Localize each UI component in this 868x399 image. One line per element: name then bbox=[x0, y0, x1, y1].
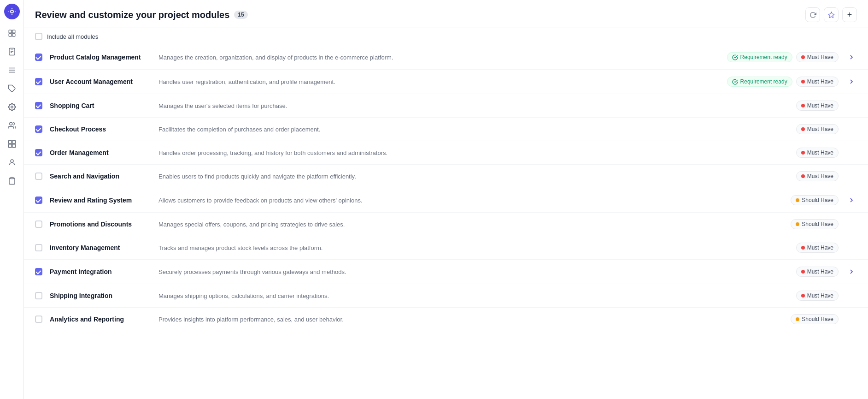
module-checkbox-9[interactable] bbox=[35, 268, 42, 275]
module-tags-1: Requirement readyMust Have bbox=[727, 77, 839, 87]
module-name-10: Shipping Integration bbox=[50, 292, 151, 299]
module-tags-7: Should Have bbox=[791, 219, 839, 229]
nav-list-icon[interactable] bbox=[4, 62, 20, 78]
ai-button[interactable] bbox=[824, 7, 839, 22]
main-content: Review and customize your project module… bbox=[24, 0, 868, 399]
svg-rect-2 bbox=[12, 30, 15, 33]
module-name-9: Payment Integration bbox=[50, 268, 151, 275]
svg-rect-17 bbox=[8, 144, 12, 148]
navigate-arrow-0[interactable] bbox=[846, 52, 857, 63]
module-tags-4: Must Have bbox=[796, 148, 839, 158]
requirement-ready-tag: Requirement ready bbox=[727, 52, 792, 62]
module-desc-3: Facilitates the completion of purchases … bbox=[158, 126, 789, 133]
priority-label-2: Must Have bbox=[807, 102, 833, 109]
refresh-button[interactable] bbox=[805, 7, 820, 22]
svg-rect-3 bbox=[9, 34, 12, 36]
priority-tag-4: Must Have bbox=[796, 148, 839, 158]
priority-dot-7 bbox=[796, 222, 799, 226]
priority-dot-8 bbox=[801, 246, 805, 250]
req-ready-label: Requirement ready bbox=[740, 78, 787, 85]
module-desc-5: Enables users to find products quickly a… bbox=[158, 173, 789, 180]
navigate-arrow-1[interactable] bbox=[846, 76, 857, 87]
priority-tag-1: Must Have bbox=[796, 77, 839, 87]
module-name-8: Inventory Management bbox=[50, 244, 151, 251]
nav-tag-icon[interactable] bbox=[4, 80, 20, 97]
priority-tag-2: Must Have bbox=[796, 101, 839, 111]
add-module-button[interactable]: + bbox=[842, 7, 857, 22]
nav-home-icon[interactable] bbox=[4, 25, 20, 42]
navigate-arrow-6[interactable] bbox=[846, 195, 857, 206]
module-checkbox-2[interactable] bbox=[35, 102, 42, 109]
navigate-arrow-9[interactable] bbox=[846, 266, 857, 277]
module-row: Shopping CartManages the user's selected… bbox=[24, 94, 868, 118]
module-row: Order ManagementHandles order processing… bbox=[24, 141, 868, 165]
module-row: Analytics and ReportingProvides insights… bbox=[24, 308, 868, 331]
module-checkbox-8[interactable] bbox=[35, 244, 42, 251]
module-checkbox-0[interactable] bbox=[35, 54, 42, 61]
module-desc-8: Tracks and manages product stock levels … bbox=[158, 244, 789, 251]
priority-dot-0 bbox=[801, 55, 805, 59]
module-desc-1: Handles user registration, authenticatio… bbox=[158, 78, 720, 85]
module-name-3: Checkout Process bbox=[50, 125, 151, 133]
module-checkbox-6[interactable] bbox=[35, 197, 42, 204]
priority-label-0: Must Have bbox=[807, 54, 833, 60]
priority-label-9: Must Have bbox=[807, 268, 833, 275]
priority-tag-8: Must Have bbox=[796, 243, 839, 253]
module-row: Product Catalog ManagementManages the cr… bbox=[24, 45, 868, 70]
nav-user-icon[interactable] bbox=[4, 154, 20, 171]
svg-marker-21 bbox=[828, 12, 834, 18]
priority-dot-10 bbox=[801, 294, 805, 298]
module-checkbox-11[interactable] bbox=[35, 316, 42, 323]
check-circle-icon bbox=[732, 79, 738, 85]
module-checkbox-5[interactable] bbox=[35, 173, 42, 180]
module-checkbox-7[interactable] bbox=[35, 220, 42, 228]
module-name-6: Review and Rating System bbox=[50, 197, 151, 204]
module-row: Shipping IntegrationManages shipping opt… bbox=[24, 284, 868, 308]
svg-rect-18 bbox=[12, 144, 15, 148]
module-row: Promotions and DiscountsManages special … bbox=[24, 213, 868, 236]
priority-tag-0: Must Have bbox=[796, 52, 839, 62]
nav-person-icon[interactable] bbox=[4, 117, 20, 134]
module-tags-8: Must Have bbox=[796, 243, 839, 253]
nav-clipboard-icon[interactable] bbox=[4, 173, 20, 189]
svg-rect-4 bbox=[12, 34, 15, 36]
header-actions: + bbox=[805, 7, 857, 22]
module-tags-2: Must Have bbox=[796, 101, 839, 111]
include-all-checkbox[interactable] bbox=[35, 33, 42, 40]
priority-label-8: Must Have bbox=[807, 244, 833, 251]
module-row: Payment IntegrationSecurely processes pa… bbox=[24, 260, 868, 284]
priority-label-10: Must Have bbox=[807, 292, 833, 299]
module-row: Search and NavigationEnables users to fi… bbox=[24, 165, 868, 188]
nav-settings-icon[interactable] bbox=[4, 99, 20, 115]
module-count-badge: 15 bbox=[234, 11, 247, 19]
module-row: User Account ManagementHandles user regi… bbox=[24, 70, 868, 94]
svg-point-19 bbox=[11, 160, 13, 162]
module-checkbox-10[interactable] bbox=[35, 292, 42, 299]
priority-tag-5: Must Have bbox=[796, 171, 839, 181]
svg-rect-20 bbox=[11, 178, 13, 179]
module-checkbox-3[interactable] bbox=[35, 125, 42, 133]
priority-label-11: Should Have bbox=[802, 316, 833, 322]
include-all-row: Include all modules bbox=[24, 28, 868, 45]
svg-point-13 bbox=[11, 106, 13, 108]
nav-document-icon[interactable] bbox=[4, 43, 20, 60]
app-logo[interactable] bbox=[4, 4, 20, 19]
priority-label-5: Must Have bbox=[807, 173, 833, 179]
sidebar bbox=[0, 0, 24, 399]
svg-rect-16 bbox=[12, 141, 15, 144]
module-desc-4: Handles order processing, tracking, and … bbox=[158, 149, 789, 156]
modules-list: Product Catalog ManagementManages the cr… bbox=[24, 45, 868, 399]
module-name-4: Order Management bbox=[50, 149, 151, 156]
module-tags-11: Should Have bbox=[791, 314, 839, 324]
priority-dot-1 bbox=[801, 80, 805, 83]
module-checkbox-4[interactable] bbox=[35, 149, 42, 156]
nav-grid-icon[interactable] bbox=[4, 136, 20, 152]
priority-label-7: Should Have bbox=[802, 221, 833, 227]
add-icon: + bbox=[847, 10, 852, 20]
module-row: Inventory ManagementTracks and manages p… bbox=[24, 236, 868, 260]
module-checkbox-1[interactable] bbox=[35, 78, 42, 85]
module-tags-9: Must Have bbox=[796, 267, 839, 277]
module-desc-6: Allows customers to provide feedback on … bbox=[158, 197, 783, 204]
priority-tag-10: Must Have bbox=[796, 291, 839, 301]
module-row: Checkout ProcessFacilitates the completi… bbox=[24, 118, 868, 141]
